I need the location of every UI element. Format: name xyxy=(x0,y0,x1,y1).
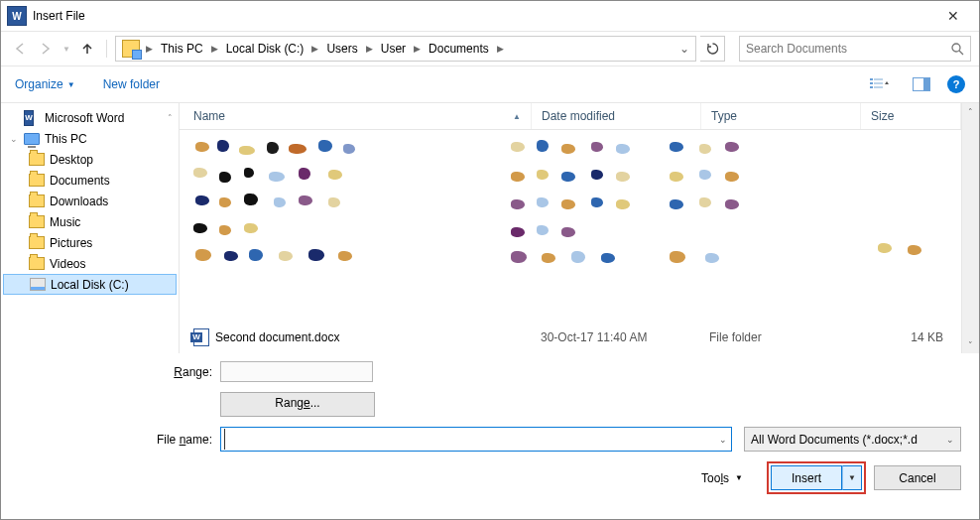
column-size[interactable]: Size xyxy=(861,103,961,129)
chevron-right-icon[interactable]: ▶ xyxy=(412,44,423,54)
tree-label: Documents xyxy=(50,174,110,188)
address-bar[interactable]: ▶ This PC ▶ Local Disk (C:) ▶ Users ▶ Us… xyxy=(115,36,696,62)
chevron-right-icon[interactable]: ▶ xyxy=(144,44,155,54)
folder-icon xyxy=(29,257,45,270)
up-button[interactable] xyxy=(76,38,98,60)
address-dropdown[interactable]: ⌄ xyxy=(675,42,693,56)
tree-label: Pictures xyxy=(50,236,92,250)
file-type: File folder xyxy=(699,330,858,344)
file-date: 30-Oct-17 11:40 AM xyxy=(531,330,699,344)
separator xyxy=(106,40,107,58)
scroll-up-icon[interactable]: ˄ xyxy=(962,103,979,120)
file-type-filter[interactable]: All Word Documents (*.docx;*.d ⌄ xyxy=(744,427,961,452)
svg-rect-3 xyxy=(870,82,873,84)
chevron-right-icon[interactable]: ▶ xyxy=(495,44,506,54)
tree-item-videos[interactable]: Videos xyxy=(3,253,177,274)
breadcrumb-user[interactable]: User xyxy=(375,37,412,61)
view-options-button[interactable] xyxy=(864,71,896,97)
range-button[interactable]: Range... xyxy=(220,392,375,417)
preview-pane-button[interactable] xyxy=(906,71,937,97)
tree-item-local-disk[interactable]: Local Disk (C:) xyxy=(3,274,177,295)
insert-button[interactable]: Insert xyxy=(771,465,842,490)
search-icon xyxy=(951,43,964,56)
tree-label: Downloads xyxy=(50,195,108,208)
filename-combo[interactable]: ⌄ xyxy=(220,427,732,452)
refresh-button[interactable] xyxy=(700,36,725,62)
search-box[interactable]: Search Documents xyxy=(739,36,971,62)
svg-rect-4 xyxy=(874,82,883,84)
insert-label: Insert xyxy=(792,471,821,485)
folder-icon xyxy=(29,153,45,166)
insert-split-button[interactable]: ▼ xyxy=(842,465,862,490)
svg-rect-6 xyxy=(874,86,883,88)
obscured-content xyxy=(189,138,368,277)
pc-icon xyxy=(24,133,40,145)
breadcrumb-disk[interactable]: Local Disk (C:) xyxy=(220,37,310,61)
tree-label: Local Disk (C:) xyxy=(51,278,129,292)
obscured-content xyxy=(666,138,755,277)
dialog-footer: Range: Range... File name: ⌄ All Word Do… xyxy=(1,353,979,494)
nav-bar: ▼ ▶ This PC ▶ Local Disk (C:) ▶ Users ▶ … xyxy=(1,32,979,66)
word-icon: W xyxy=(24,110,34,126)
chevron-down-icon[interactable]: ⌄ xyxy=(719,435,727,445)
content-area: W Microsoft Word ˄ ⌄ This PC Desktop Doc… xyxy=(1,102,979,353)
help-button[interactable]: ? xyxy=(947,75,965,93)
tree-label: This PC xyxy=(45,132,87,146)
filename-label: File name: xyxy=(19,433,220,447)
svg-point-0 xyxy=(952,44,960,52)
word-app-icon: W xyxy=(7,6,27,26)
tree-item-music[interactable]: Music xyxy=(3,211,177,232)
range-input[interactable] xyxy=(220,361,373,382)
vertical-scrollbar[interactable]: ˄ ˅ xyxy=(961,103,979,353)
svg-rect-5 xyxy=(870,86,873,88)
folder-icon xyxy=(29,236,45,249)
new-folder-button[interactable]: New folder xyxy=(103,77,160,91)
tree-item-desktop[interactable]: Desktop xyxy=(3,149,177,170)
forward-button[interactable] xyxy=(35,38,57,60)
collapse-icon[interactable]: ⌄ xyxy=(9,134,19,144)
tools-menu[interactable]: Tools ▼ xyxy=(701,471,743,485)
tree-item-pictures[interactable]: Pictures xyxy=(3,232,177,253)
folder-icon xyxy=(29,215,45,228)
obscured-content xyxy=(507,138,646,277)
chevron-down-icon: ▼ xyxy=(67,80,75,89)
svg-rect-1 xyxy=(870,78,873,80)
chevron-right-icon[interactable]: ▶ xyxy=(364,44,375,54)
chevron-right-icon[interactable]: ▶ xyxy=(309,44,320,54)
disk-icon xyxy=(30,278,46,291)
sort-asc-icon: ▲ xyxy=(513,112,521,121)
svg-rect-8 xyxy=(923,78,929,90)
tools-label: Tools xyxy=(701,471,729,485)
file-size: 14 KB xyxy=(858,330,961,344)
tree-item-word[interactable]: W Microsoft Word ˄ xyxy=(3,107,177,128)
column-type[interactable]: Type xyxy=(701,103,861,129)
cancel-button[interactable]: Cancel xyxy=(874,465,961,490)
organize-menu[interactable]: Organize ▼ xyxy=(15,77,75,91)
breadcrumb-users[interactable]: Users xyxy=(320,37,363,61)
title-bar: W Insert File ✕ xyxy=(1,1,979,32)
svg-rect-2 xyxy=(874,78,883,80)
column-date[interactable]: Date modified xyxy=(532,103,701,129)
command-bar: Organize ▼ New folder ? xyxy=(1,66,979,102)
close-button[interactable]: ✕ xyxy=(933,1,973,31)
file-list[interactable]: Name ▲ Date modified Type Size xyxy=(180,103,961,353)
breadcrumb-documents[interactable]: Documents xyxy=(423,37,495,61)
scroll-down-icon[interactable]: ˅ xyxy=(962,336,979,353)
tree-item-this-pc[interactable]: ⌄ This PC xyxy=(3,128,177,149)
text-caret xyxy=(224,429,225,450)
chevron-up-icon[interactable]: ˄ xyxy=(168,113,177,123)
col-label: Name xyxy=(193,109,225,123)
file-item[interactable]: Second document.docx 30-Oct-17 11:40 AM … xyxy=(180,326,961,348)
tree-item-downloads[interactable]: Downloads xyxy=(3,191,177,211)
back-button[interactable] xyxy=(9,38,31,60)
navigation-tree[interactable]: W Microsoft Word ˄ ⌄ This PC Desktop Doc… xyxy=(1,103,180,353)
tree-item-documents[interactable]: Documents xyxy=(3,170,177,191)
chevron-right-icon[interactable]: ▶ xyxy=(209,44,220,54)
tree-label: Microsoft Word xyxy=(45,111,124,125)
chevron-down-icon[interactable]: ⌄ xyxy=(946,435,954,445)
obscured-content xyxy=(874,241,933,261)
column-name[interactable]: Name ▲ xyxy=(180,103,532,129)
breadcrumb-this-pc[interactable]: This PC xyxy=(155,37,209,61)
tree-label: Desktop xyxy=(50,153,93,167)
recent-dropdown[interactable]: ▼ xyxy=(61,38,72,60)
